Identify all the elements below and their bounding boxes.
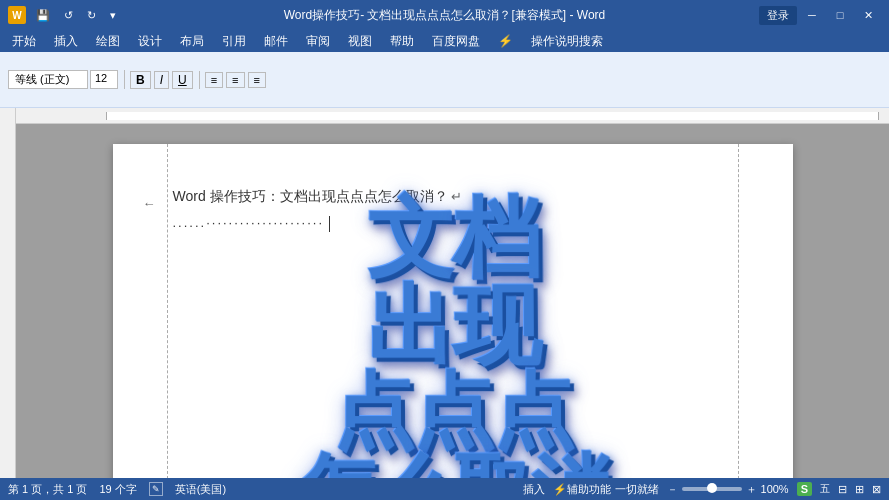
- menu-bar: 开始 插入 绘图 设计 布局 引用 邮件 审阅 视图 帮助 百度网盘 ⚡ 操作说…: [0, 30, 889, 52]
- text-cursor: [329, 216, 330, 232]
- overlay-char-xian: 现: [452, 283, 539, 371]
- language: 英语(美国): [175, 482, 226, 497]
- overlay-char-zen: 怎: [296, 452, 375, 478]
- overlay-char-dian3: 点: [492, 371, 573, 453]
- zoom-slider[interactable]: [682, 487, 742, 491]
- layout-btn2[interactable]: ⊞: [855, 483, 864, 496]
- quick-save-btn[interactable]: 💾: [32, 7, 54, 24]
- overlay-char-chu: 出: [366, 283, 453, 371]
- vertical-ruler: [0, 108, 16, 478]
- menu-baidu[interactable]: 百度网盘: [424, 31, 488, 52]
- dotted-line-area: ......·····················: [173, 215, 733, 232]
- zoom-out-icon[interactable]: －: [667, 482, 678, 497]
- zoom-control[interactable]: － ＋ 100%: [667, 482, 789, 497]
- menu-insert[interactable]: 插入: [46, 31, 86, 52]
- overlay-char-dian2: 点: [412, 371, 493, 453]
- menu-draw[interactable]: 绘图: [88, 31, 128, 52]
- restore-button[interactable]: □: [827, 5, 853, 25]
- insert-mode[interactable]: 插入: [523, 482, 545, 497]
- status-left: 第 1 页，共 1 页 19 个字 ✎ 英语(美国): [8, 482, 226, 497]
- menu-view[interactable]: 视图: [340, 31, 380, 52]
- menu-review[interactable]: 审阅: [298, 31, 338, 52]
- document-page[interactable]: ← Word 操作技巧：文档出现点点点怎么取消？ ↵ ......·······…: [113, 144, 793, 478]
- undo-btn[interactable]: ↺: [60, 7, 77, 24]
- menu-search[interactable]: 操作说明搜索: [523, 31, 611, 52]
- overlay-char-xiao: 消: [530, 452, 609, 478]
- font-name-field[interactable]: 等线 (正文): [8, 70, 88, 89]
- right-margin: [738, 144, 793, 478]
- toolbar: 等线 (正文) 12 B I U ≡ ≡ ≡: [0, 52, 889, 108]
- minimize-button[interactable]: ─: [799, 5, 825, 25]
- layout-btn1[interactable]: ⊟: [838, 483, 847, 496]
- close-button[interactable]: ✕: [855, 5, 881, 25]
- horizontal-ruler: [16, 108, 889, 124]
- accessibility-status: ⚡辅助功能 一切就绪: [553, 482, 658, 497]
- redo-btn[interactable]: ↻: [83, 7, 100, 24]
- login-button[interactable]: 登录: [759, 6, 797, 25]
- menu-design[interactable]: 设计: [130, 31, 170, 52]
- customize-btn[interactable]: ▾: [106, 7, 120, 24]
- menu-references[interactable]: 引用: [214, 31, 254, 52]
- title-bar-left: W 💾 ↺ ↻ ▾: [8, 6, 120, 24]
- return-arrow-left: ←: [143, 196, 156, 211]
- dotted-text: ......·····················: [173, 215, 325, 230]
- s5-label: 五: [820, 482, 830, 496]
- menu-layout[interactable]: 布局: [172, 31, 212, 52]
- edit-indicator: ✎: [149, 482, 163, 496]
- font-size-field[interactable]: 12: [90, 70, 118, 89]
- layout-btn3[interactable]: ⊠: [872, 483, 881, 496]
- overlay-char-me: 么: [374, 452, 453, 478]
- bold-btn[interactable]: B: [130, 71, 151, 89]
- app-icon: W: [8, 6, 26, 24]
- main-area: ← Word 操作技巧：文档出现点点点怎么取消？ ↵ ......·······…: [0, 108, 889, 478]
- menu-lightning-icon: ⚡: [490, 32, 521, 50]
- menu-help[interactable]: 帮助: [382, 31, 422, 52]
- align-right-btn[interactable]: ≡: [248, 72, 266, 88]
- zoom-thumb: [707, 483, 717, 493]
- overlay-char-dian1: 点: [332, 371, 413, 453]
- window-title: Word操作技巧- 文档出现点点点怎么取消？[兼容模式] - Word: [284, 7, 606, 24]
- left-margin: [113, 144, 168, 478]
- menu-start[interactable]: 开始: [4, 31, 44, 52]
- zoom-in-icon[interactable]: ＋: [746, 482, 757, 497]
- status-bar: 第 1 页，共 1 页 19 个字 ✎ 英语(美国) 插入 ⚡辅助功能 一切就绪…: [0, 478, 889, 500]
- content-area[interactable]: ← Word 操作技巧：文档出现点点点怎么取消？ ↵ ......·······…: [16, 108, 889, 478]
- underline-btn[interactable]: U: [172, 71, 193, 89]
- align-center-btn[interactable]: ≡: [226, 72, 244, 88]
- overlay-decorative-text: 文 档 出 现 点 点 点 怎 么 取 消: [297, 194, 609, 478]
- s5-logo: S: [797, 482, 812, 496]
- title-bar-controls: 登录 ─ □ ✕: [759, 5, 881, 25]
- menu-mail[interactable]: 邮件: [256, 31, 296, 52]
- align-left-btn[interactable]: ≡: [205, 72, 223, 88]
- overlay-char-qu: 取: [452, 452, 531, 478]
- word-count: 19 个字: [99, 482, 136, 497]
- return-symbol: ↵: [451, 189, 462, 204]
- italic-btn[interactable]: I: [154, 71, 169, 89]
- title-bar: W 💾 ↺ ↻ ▾ Word操作技巧- 文档出现点点点怎么取消？[兼容模式] -…: [0, 0, 889, 30]
- page-count: 第 1 页，共 1 页: [8, 482, 87, 497]
- status-right: 插入 ⚡辅助功能 一切就绪 － ＋ 100% S 五 ⊟ ⊞ ⊠: [523, 482, 881, 497]
- page-content-text: Word 操作技巧：文档出现点点点怎么取消？: [173, 188, 448, 204]
- zoom-level: 100%: [761, 483, 789, 495]
- page-text-line[interactable]: Word 操作技巧：文档出现点点点怎么取消？ ↵: [173, 184, 733, 209]
